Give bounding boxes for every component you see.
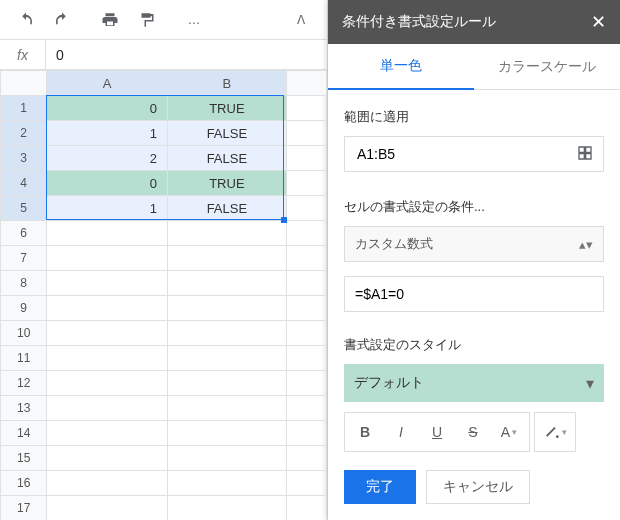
cell[interactable] xyxy=(168,246,287,271)
cell[interactable] xyxy=(168,346,287,371)
tab-single-color[interactable]: 単一色 xyxy=(328,44,474,90)
cell[interactable] xyxy=(47,396,168,421)
cell[interactable] xyxy=(47,271,168,296)
cell[interactable] xyxy=(168,471,287,496)
cell[interactable] xyxy=(47,446,168,471)
cell[interactable] xyxy=(286,196,326,221)
cell[interactable] xyxy=(47,221,168,246)
row-header[interactable]: 10 xyxy=(1,321,47,346)
cell[interactable]: 0 xyxy=(47,171,168,196)
cell[interactable] xyxy=(47,421,168,446)
select-range-icon[interactable] xyxy=(577,145,593,164)
cell[interactable] xyxy=(168,296,287,321)
apply-range-input[interactable] xyxy=(355,145,577,163)
cancel-button[interactable]: キャンセル xyxy=(426,470,530,504)
row-header[interactable]: 1 xyxy=(1,96,47,121)
row-header[interactable]: 2 xyxy=(1,121,47,146)
cell[interactable] xyxy=(47,321,168,346)
row-header[interactable]: 6 xyxy=(1,221,47,246)
print-button[interactable] xyxy=(92,2,128,38)
row-header[interactable]: 16 xyxy=(1,471,47,496)
col-header-empty[interactable] xyxy=(286,71,326,96)
col-header-A[interactable]: A xyxy=(47,71,168,96)
cell[interactable]: 1 xyxy=(47,121,168,146)
row-header[interactable]: 12 xyxy=(1,371,47,396)
cell[interactable]: 0 xyxy=(47,96,168,121)
collapse-toolbar-button[interactable]: ᐱ xyxy=(283,2,319,38)
row-header[interactable]: 7 xyxy=(1,246,47,271)
cell[interactable] xyxy=(286,246,326,271)
italic-button[interactable]: I xyxy=(383,415,419,449)
cell[interactable] xyxy=(286,346,326,371)
apply-range-field[interactable] xyxy=(344,136,604,172)
cell[interactable] xyxy=(286,221,326,246)
row-header[interactable]: 3 xyxy=(1,146,47,171)
cell[interactable] xyxy=(168,396,287,421)
cell[interactable] xyxy=(168,371,287,396)
cell[interactable] xyxy=(286,396,326,421)
cell[interactable] xyxy=(168,421,287,446)
spreadsheet-grid[interactable]: A B 10TRUE21FALSE32FALSE40TRUE51FALSE678… xyxy=(0,70,327,520)
fill-color-button[interactable] xyxy=(537,415,573,449)
cell[interactable] xyxy=(168,221,287,246)
style-preset-select[interactable]: デフォルト ▾ xyxy=(344,364,604,402)
cell[interactable] xyxy=(47,496,168,521)
row-header[interactable]: 17 xyxy=(1,496,47,521)
cell[interactable] xyxy=(286,121,326,146)
row-header[interactable]: 15 xyxy=(1,446,47,471)
cell[interactable]: FALSE xyxy=(168,146,287,171)
cell[interactable] xyxy=(168,496,287,521)
row-header[interactable]: 4 xyxy=(1,171,47,196)
redo-icon xyxy=(53,11,71,29)
cell[interactable] xyxy=(47,296,168,321)
cell[interactable] xyxy=(286,471,326,496)
cell[interactable]: FALSE xyxy=(168,196,287,221)
cell[interactable] xyxy=(47,371,168,396)
cell[interactable]: 2 xyxy=(47,146,168,171)
format-if-label: セルの書式設定の条件... xyxy=(344,198,604,216)
cell[interactable] xyxy=(286,171,326,196)
cell[interactable]: TRUE xyxy=(168,96,287,121)
bold-button[interactable]: B xyxy=(347,415,383,449)
formula-value[interactable]: 0 xyxy=(46,47,74,63)
done-button[interactable]: 完了 xyxy=(344,470,416,504)
cell[interactable] xyxy=(286,321,326,346)
text-color-button[interactable]: A xyxy=(491,415,527,449)
redo-button[interactable] xyxy=(44,2,80,38)
row-header[interactable]: 14 xyxy=(1,421,47,446)
cell[interactable]: FALSE xyxy=(168,121,287,146)
cell[interactable] xyxy=(286,421,326,446)
cell[interactable] xyxy=(168,446,287,471)
undo-button[interactable] xyxy=(8,2,44,38)
row-header[interactable]: 8 xyxy=(1,271,47,296)
cell[interactable] xyxy=(286,96,326,121)
row-header[interactable]: 13 xyxy=(1,396,47,421)
cell[interactable]: 1 xyxy=(47,196,168,221)
cell[interactable] xyxy=(286,146,326,171)
cell[interactable] xyxy=(168,271,287,296)
cell[interactable] xyxy=(286,371,326,396)
cell[interactable]: TRUE xyxy=(168,171,287,196)
underline-button[interactable]: U xyxy=(419,415,455,449)
row-header[interactable]: 5 xyxy=(1,196,47,221)
col-header-B[interactable]: B xyxy=(168,71,287,96)
cell[interactable] xyxy=(47,346,168,371)
row-header[interactable]: 9 xyxy=(1,296,47,321)
cell[interactable] xyxy=(47,471,168,496)
chevron-updown-icon: ▴▾ xyxy=(579,237,593,252)
close-icon[interactable]: ✕ xyxy=(591,11,606,33)
paint-format-button[interactable] xyxy=(128,2,164,38)
row-header[interactable]: 11 xyxy=(1,346,47,371)
custom-formula-input[interactable] xyxy=(344,276,604,312)
cell[interactable] xyxy=(286,446,326,471)
cell[interactable] xyxy=(286,296,326,321)
cell[interactable] xyxy=(286,271,326,296)
more-button[interactable]: … xyxy=(176,2,212,38)
format-condition-select[interactable]: カスタム数式 ▴▾ xyxy=(344,226,604,262)
strike-button[interactable]: S xyxy=(455,415,491,449)
select-all-corner[interactable] xyxy=(1,71,47,96)
cell[interactable] xyxy=(168,321,287,346)
cell[interactable] xyxy=(47,246,168,271)
cell[interactable] xyxy=(286,496,326,521)
tab-color-scale[interactable]: カラースケール xyxy=(474,44,620,89)
